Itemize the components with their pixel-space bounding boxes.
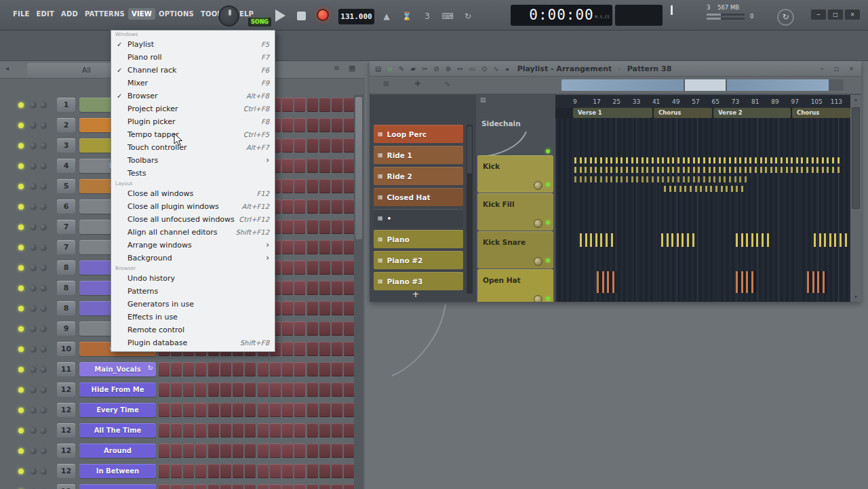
step-sequencer-cells[interactable]	[159, 383, 355, 397]
pan-knob[interactable]	[30, 468, 37, 475]
menu-item[interactable]: Align all channel editors Shift+F12	[111, 226, 275, 239]
channel-group-number[interactable]: 2	[57, 118, 75, 132]
timeline-bar-numbers[interactable]: 91725334149576573818997105113	[555, 95, 850, 108]
channel-select-led[interactable]	[18, 224, 24, 230]
menu-item[interactable]: Toolbars ›	[111, 154, 275, 167]
playlist-menu-icon[interactable]: ▤	[375, 65, 381, 73]
channel-select-led[interactable]	[18, 102, 24, 108]
pattern-picker-item[interactable]: ▦ Piano #3	[374, 272, 463, 290]
volume-knob[interactable]	[40, 224, 47, 231]
playlist-minimize-button[interactable]: ─	[818, 66, 826, 72]
minimize-button[interactable]: ─	[811, 9, 826, 20]
loop-record-icon[interactable]: ↻	[461, 10, 475, 23]
mute-icon[interactable]: ⊗	[446, 65, 451, 73]
collapse-arrow-icon[interactable]: ◂	[5, 64, 9, 72]
tempo-display[interactable]: 131.000	[338, 9, 374, 24]
timeline-marker[interactable]: Verse 2	[713, 108, 791, 118]
channel-group-number[interactable]: 7	[57, 220, 75, 234]
channel-button[interactable]: Every Time	[79, 403, 156, 417]
track-name-sidechain[interactable]: Sidechain	[481, 119, 521, 128]
pan-knob[interactable]	[30, 407, 37, 414]
picker-panel-icon[interactable]: ⊞	[383, 79, 389, 88]
channel-button[interactable]: Hide From Me	[79, 383, 156, 397]
pan-knob[interactable]	[30, 427, 37, 434]
menu-view[interactable]: VIEW	[128, 8, 155, 20]
playlist-track-header[interactable]: Open Hat	[477, 269, 553, 302]
channel-group-number[interactable]: 7	[57, 240, 75, 254]
scroll-up-icon[interactable]: ▴	[850, 97, 861, 102]
graph-editor-icon[interactable]: ≋	[334, 64, 340, 73]
playlist-maximize-button[interactable]: □	[832, 66, 842, 72]
volume-knob[interactable]	[40, 183, 47, 190]
channel-group-number[interactable]: 12	[57, 484, 75, 489]
channel-group-number[interactable]: 9	[57, 321, 75, 336]
playlist-track-header[interactable]: Kick	[477, 155, 553, 193]
menu-item[interactable]: Background ›	[111, 252, 275, 265]
channel-select-led[interactable]	[18, 163, 24, 169]
channel-group-number[interactable]: 12	[57, 403, 75, 417]
pan-knob[interactable]	[30, 448, 37, 454]
channel-group-number[interactable]: 6	[57, 199, 75, 214]
menu-item[interactable]: Mixer F9	[111, 77, 275, 90]
playlist-clip-area[interactable]	[555, 118, 850, 302]
menu-item[interactable]: Tempo tapper Ctrl+F5	[111, 128, 275, 141]
playlist-grid[interactable]: 91725334149576573818997105113 Verse 1 Ch…	[555, 95, 861, 302]
volume-knob[interactable]	[40, 407, 47, 414]
channel-select-led[interactable]	[18, 367, 24, 372]
wave-icon[interactable]: ∿	[444, 79, 450, 88]
pan-knob[interactable]	[30, 163, 37, 170]
menu-item[interactable]: Close all plugin windows Alt+F12	[111, 200, 275, 213]
channel-group-number[interactable]: 11	[57, 362, 75, 376]
menu-item[interactable]: Remote control	[111, 324, 275, 336]
pat-song-dial[interactable]	[218, 5, 239, 26]
menu-edit[interactable]: EDIT	[33, 8, 58, 20]
pattern-picker-item[interactable]: ▦ Closed Hat	[374, 188, 463, 206]
volume-knob[interactable]	[40, 102, 47, 109]
volume-knob[interactable]	[40, 305, 47, 312]
channel-button[interactable]: All The Time	[79, 423, 156, 437]
scroll-down-icon[interactable]: ▾	[850, 294, 861, 300]
pattern-picker-item[interactable]: ▦ Loop Perc	[374, 125, 463, 143]
volume-knob[interactable]	[40, 122, 47, 129]
time-display[interactable]: 0:00:00 M.S.CS	[511, 5, 612, 26]
menu-item[interactable]: Plugin picker F8	[111, 115, 275, 128]
playlist-title-bar[interactable]: ▤ ∪ ✎ ▰ ✂ ⊘ ⊗ ↔ ▭ ⊙ ∿ ◂ Playlist - Arran…	[370, 61, 861, 77]
channel-select-led[interactable]	[18, 306, 24, 311]
menu-patterns[interactable]: PATTERNS	[81, 8, 128, 20]
metronome-icon[interactable]: ▲	[380, 10, 393, 23]
playlist-track-header[interactable]: Kick Fill	[477, 193, 553, 231]
step-sequencer-cells[interactable]	[159, 484, 355, 489]
keyboard-editor-icon[interactable]: ▦	[349, 64, 355, 73]
sync-button[interactable]: ↻	[777, 9, 794, 26]
timeline-marker[interactable]: Chorus	[654, 108, 712, 118]
channel-group-number[interactable]: 12	[57, 444, 75, 458]
pan-knob[interactable]	[30, 305, 37, 312]
volume-knob[interactable]	[40, 346, 47, 353]
menu-item[interactable]: Piano roll F7	[111, 51, 275, 64]
timeline-marker[interactable]: Verse 1	[573, 108, 652, 118]
magnet-icon[interactable]: ∪	[387, 65, 392, 73]
add-picker-pattern-button[interactable]: +	[370, 289, 462, 299]
step-sequencer-cells[interactable]	[159, 423, 355, 437]
step-sequencer-cells[interactable]	[159, 362, 355, 376]
typing-keyboard-icon[interactable]: ⌨	[441, 10, 454, 23]
pattern-picker-item[interactable]: ▦ •	[374, 209, 463, 227]
channel-select-led[interactable]	[18, 204, 24, 210]
volume-knob[interactable]	[40, 448, 47, 454]
track-volume-knob[interactable]	[534, 219, 542, 228]
menu-add[interactable]: ADD	[58, 8, 81, 20]
volume-knob[interactable]	[40, 468, 47, 475]
channel-group-number[interactable]: 10	[57, 342, 75, 356]
volume-knob[interactable]	[40, 244, 47, 251]
volume-knob[interactable]	[40, 387, 47, 393]
playlist-track-header[interactable]: Kick Snare	[477, 231, 553, 269]
channel-button[interactable]: In Between	[79, 464, 156, 478]
pan-knob[interactable]	[30, 346, 37, 353]
menu-item[interactable]: Patterns	[111, 285, 275, 298]
play-button[interactable]	[275, 9, 285, 22]
channel-rack-scrollbar[interactable]	[354, 95, 363, 489]
channel-select-led[interactable]	[18, 184, 24, 189]
pencil-icon[interactable]: ✎	[399, 65, 404, 73]
menu-item[interactable]: Generators in use	[111, 298, 275, 311]
close-button[interactable]: ×	[845, 9, 860, 20]
